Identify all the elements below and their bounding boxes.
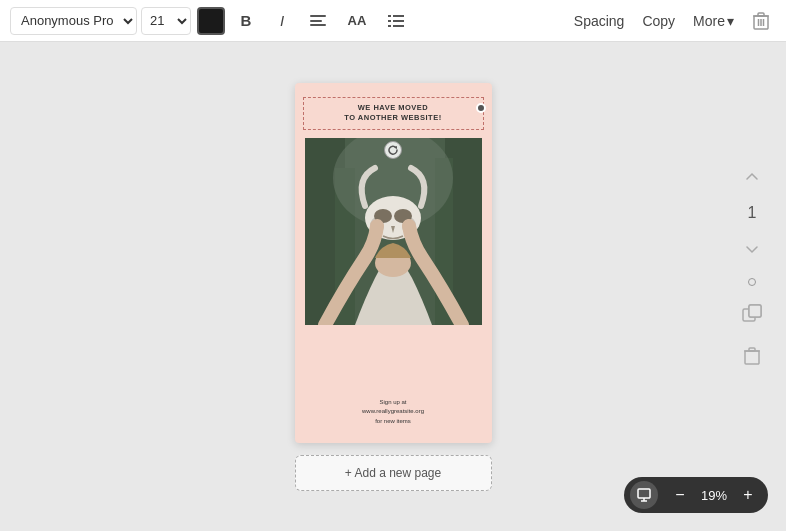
color-swatch[interactable] [197,7,225,35]
delete-icon [744,347,760,365]
toolbar: Anonymous Pro 21 B I AA Spacing [0,0,786,42]
page-wrapper: WE HAVE MOVED TO ANOTHER WEBSITE! [295,83,492,491]
add-page-button[interactable]: + Add a new page [295,455,492,491]
chevron-down-icon: ▾ [727,13,734,29]
trash-icon [753,12,769,30]
rotate-handle[interactable] [384,141,402,159]
svg-rect-32 [638,489,650,498]
align-button[interactable] [303,7,333,35]
list-button[interactable] [381,7,411,35]
font-name-select[interactable]: Anonymous Pro [10,7,137,35]
svg-rect-28 [749,305,761,317]
svg-rect-31 [749,348,755,351]
page-card[interactable]: WE HAVE MOVED TO ANOTHER WEBSITE! [295,83,492,443]
duplicate-icon [742,304,762,324]
svg-rect-2 [388,20,391,22]
scroll-down-button[interactable] [738,236,766,264]
presentation-icon [637,488,651,502]
svg-rect-0 [388,15,391,17]
zoom-controls: − 19% + [624,477,768,513]
zoom-in-button[interactable]: + [734,481,762,509]
illustration-svg [305,138,482,325]
align-icon [310,15,326,26]
font-controls: Anonymous Pro 21 [10,7,191,35]
svg-rect-3 [393,20,404,22]
spacing-button[interactable]: Spacing [568,9,631,33]
image-area[interactable] [305,138,482,325]
delete-button[interactable] [738,342,766,370]
present-icon[interactable] [630,481,658,509]
scroll-up-button[interactable] [738,162,766,190]
up-arrow-icon [746,172,758,180]
more-button[interactable]: More ▾ [687,9,740,33]
list-icon [388,14,404,28]
down-arrow-icon [746,246,758,254]
zoom-percent: 19% [698,488,730,503]
side-dot [748,278,756,286]
svg-rect-4 [388,25,391,27]
copy-button[interactable]: Copy [636,9,681,33]
duplicate-button[interactable] [738,300,766,328]
svg-rect-5 [393,25,404,27]
svg-rect-8 [758,13,764,16]
trash-button[interactable] [746,7,776,35]
footer-text: Sign up at www.reallygreatsite.org for n… [295,398,492,427]
text-banner[interactable]: WE HAVE MOVED TO ANOTHER WEBSITE! [303,97,484,130]
italic-button[interactable]: I [267,7,297,35]
aa-button[interactable]: AA [339,7,375,35]
rotate-icon [388,145,398,155]
bold-button[interactable]: B [231,7,261,35]
banner-resize-handle[interactable] [476,103,486,113]
page-number: 1 [748,204,757,222]
svg-rect-1 [393,15,404,17]
canvas-area: WE HAVE MOVED TO ANOTHER WEBSITE! [0,42,786,531]
font-size-select[interactable]: 21 [141,7,191,35]
svg-rect-29 [745,351,759,364]
zoom-out-button[interactable]: − [666,481,694,509]
side-controls: 1 [738,162,766,370]
